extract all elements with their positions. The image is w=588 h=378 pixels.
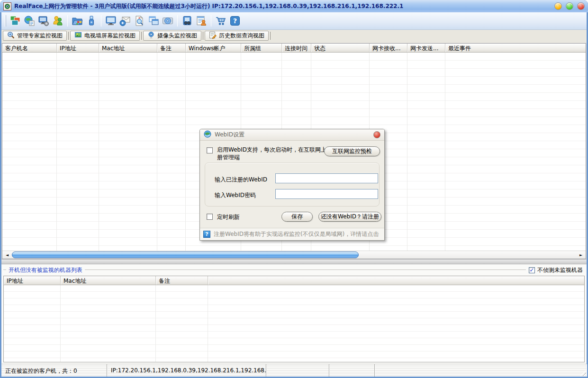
hide-unmonitored-checkbox-row: ✓ 不侦测未监视机器	[529, 266, 583, 274]
internet-precheck-button[interactable]: 互联网监控预检	[324, 146, 380, 156]
dialog-title: WebID设置	[215, 131, 244, 139]
hide-unmonitored-label: 不侦测未监视机器	[537, 266, 583, 274]
column-header-ip[interactable]: IP地址	[57, 44, 99, 52]
toolbar-handle[interactable]	[5, 15, 6, 27]
window-title: RealFace上网行为管理软件 - 3用户试用版(试用版不能连续超过3小时运行…	[14, 2, 403, 10]
status-panel	[375, 364, 587, 377]
column-header-connect-time[interactable]: 连接时间	[282, 44, 311, 52]
column-header-remark[interactable]: 备注	[156, 276, 208, 285]
column-header-nic-send[interactable]: 网卡发送...	[407, 44, 445, 52]
copy-windows-icon[interactable]	[146, 14, 161, 27]
horizontal-scrollbar[interactable]: ◄ ►	[2, 251, 586, 259]
close-button[interactable]	[577, 2, 585, 10]
maximize-button[interactable]	[566, 2, 573, 10]
column-header-mac[interactable]: Mac地址	[99, 44, 157, 52]
history-query-icon	[209, 31, 217, 40]
column-header-windows-account[interactable]: Windows帐户	[186, 44, 241, 52]
column-header-client-name[interactable]: 客户机名	[2, 44, 57, 52]
magnifier-monitor-icon	[7, 31, 15, 40]
timed-refresh-label: 定时刷新	[217, 213, 240, 221]
checkmark-icon: ✓	[529, 268, 534, 273]
usb-key-icon[interactable]	[84, 14, 99, 27]
tab-bar: 管理专家监控视图 电视墙屏幕监控视图 摄像头监控视图 历史数据查询视图	[1, 30, 587, 42]
table-header-row: 客户机名 IP地址 Mac地址 备注 Windows帐户 所属组 连接时间 状态…	[2, 44, 586, 53]
scroll-right-arrow-icon[interactable]: ►	[577, 251, 585, 259]
mail-reply-icon[interactable]	[118, 14, 132, 27]
column-header-recent-event[interactable]: 最近事件	[445, 44, 586, 52]
toolbar: ?	[1, 12, 587, 30]
contacts-book-icon[interactable]	[180, 14, 194, 27]
panel-legend-row: 开机但没有被监视的机器列表 ✓ 不侦测未监视机器	[3, 264, 585, 276]
tab-history-query-view[interactable]: 历史数据查询视图	[205, 31, 269, 41]
tv-wall-icon	[74, 31, 82, 40]
layered-windows-icon[interactable]	[8, 14, 22, 27]
column-header-status[interactable]: 状态	[311, 44, 370, 52]
help-icon[interactable]: ?	[228, 14, 242, 27]
minimize-button[interactable]	[554, 2, 562, 10]
save-button[interactable]: 保存	[281, 212, 313, 222]
toolbar-separator	[177, 15, 178, 27]
status-panel	[329, 364, 375, 377]
dialog-titlebar[interactable]: WebID设置	[200, 129, 384, 141]
scroll-left-arrow-icon[interactable]: ◄	[3, 251, 11, 259]
column-header-empty[interactable]	[208, 276, 584, 285]
search-doc-icon[interactable]	[132, 14, 146, 27]
app-icon	[3, 2, 11, 10]
splitter[interactable]	[1, 259, 587, 264]
webid-input[interactable]	[275, 173, 378, 183]
column-header-ip[interactable]: IP地址	[4, 276, 61, 285]
monitor-gear-icon[interactable]	[36, 14, 51, 27]
tab-separator	[203, 32, 203, 40]
status-ip-list: IP:172.20.156.1,192.168.0.39,192.168.216…	[107, 364, 266, 377]
tab-separator	[141, 32, 142, 40]
column-header-nic-recv[interactable]: 网卡接收...	[370, 44, 407, 52]
toolbar-separator	[67, 15, 68, 27]
globe-icon	[204, 130, 211, 139]
unmonitored-machines-panel: 开机但没有被监视的机器列表 ✓ 不侦测未监视机器 IP地址 Mac地址 备注	[1, 264, 587, 364]
register-webid-button[interactable]: 还没有WebID？请注册	[318, 212, 381, 222]
webid-password-input[interactable]	[275, 189, 378, 199]
panel-legend: 开机但没有被监视的机器列表	[9, 266, 82, 274]
table-header-row: IP地址 Mac地址 备注	[4, 276, 584, 285]
column-header-mac[interactable]: Mac地址	[61, 276, 156, 285]
status-monitored-count: 正在被监控的客户机，共：0	[1, 364, 107, 377]
webid-groupbox: 输入已注册的WebID 输入WebID密码	[205, 162, 380, 207]
titlebar[interactable]: RealFace上网行为管理软件 - 3用户试用版(试用版不能连续超过3小时运行…	[0, 0, 588, 12]
webid-dialog: WebID设置 启用WebID支持，每次启动时，在互联网上注册管理端 互联网监控…	[199, 129, 385, 241]
monitor-icon[interactable]	[104, 14, 118, 27]
dialog-info-text[interactable]: 注册WebID将有助于实现远程监控(不仅仅是局域网)，详情请点击	[214, 230, 379, 238]
folder-apps-icon[interactable]	[70, 14, 84, 27]
tab-camera-view[interactable]: 摄像头监控视图	[143, 31, 201, 41]
toolbar-separator	[101, 15, 101, 27]
svg-text:?: ?	[233, 17, 237, 25]
timed-refresh-checkbox[interactable]	[207, 214, 213, 220]
webid-input-label: 输入已注册的WebID	[215, 176, 267, 184]
scrollbar-thumb[interactable]	[12, 252, 359, 258]
column-header-remark[interactable]: 备注	[157, 44, 186, 52]
app-window: RealFace上网行为管理软件 - 3用户试用版(试用版不能连续超过3小时运行…	[0, 0, 588, 378]
enable-webid-label: 启用WebID支持，每次启动时，在互联网上注册管理端	[217, 146, 335, 161]
tab-label: 摄像头监控视图	[157, 32, 197, 40]
enable-webid-checkbox[interactable]	[207, 147, 213, 153]
tab-separator	[270, 32, 271, 40]
tab-label: 管理专家监控视图	[17, 32, 63, 40]
toolbar-separator	[211, 15, 211, 27]
tab-expert-monitor-view[interactable]: 管理专家监控视图	[3, 31, 67, 41]
camera-icon	[147, 31, 155, 40]
table-body	[4, 285, 584, 362]
tab-tv-wall-view[interactable]: 电视墙屏幕监控视图	[70, 31, 140, 41]
status-panel	[266, 364, 329, 377]
shopping-cart-icon[interactable]	[214, 14, 228, 27]
tab-label: 历史数据查询视图	[219, 32, 264, 40]
globe-list-icon[interactable]	[22, 14, 36, 27]
user-list-icon[interactable]	[194, 14, 208, 27]
dialog-info-strip: ? 注册WebID将有助于实现远程监控(不仅仅是局域网)，详情请点击	[200, 228, 384, 240]
dialog-close-button[interactable]	[373, 131, 380, 138]
question-icon: ?	[203, 231, 210, 238]
column-header-group[interactable]: 所属组	[241, 44, 282, 52]
cd-drive-icon[interactable]	[161, 14, 175, 27]
password-input-label: 输入WebID密码	[215, 191, 256, 199]
hide-unmonitored-checkbox[interactable]: ✓	[529, 267, 535, 273]
users-icon[interactable]	[51, 14, 65, 27]
tab-separator	[68, 32, 69, 40]
